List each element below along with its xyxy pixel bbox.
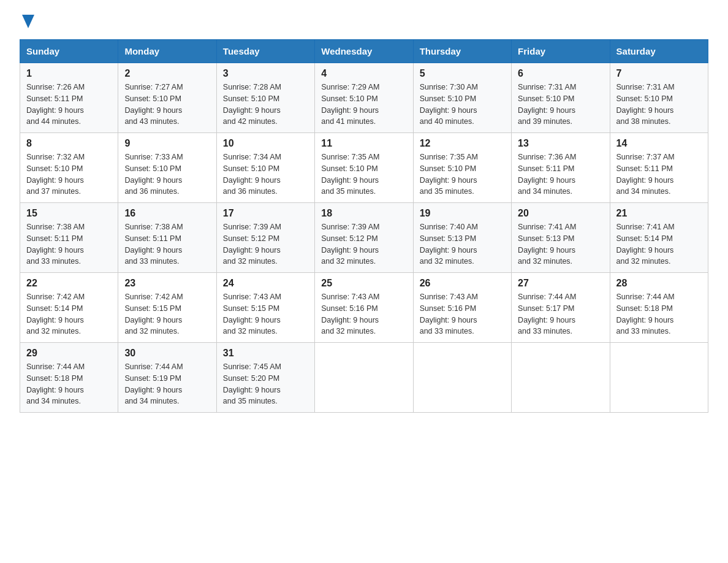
day-header-wednesday: Wednesday [315, 40, 413, 63]
day-header-thursday: Thursday [413, 40, 511, 63]
calendar-cell: 8Sunrise: 7:32 AMSunset: 5:10 PMDaylight… [20, 133, 118, 203]
day-header-friday: Friday [512, 40, 610, 63]
day-info: Sunrise: 7:37 AMSunset: 5:11 PMDaylight:… [616, 151, 702, 197]
calendar-cell: 12Sunrise: 7:35 AMSunset: 5:10 PMDayligh… [413, 133, 511, 203]
calendar-cell [610, 343, 708, 413]
day-number: 10 [223, 138, 308, 149]
calendar-cell: 23Sunrise: 7:42 AMSunset: 5:15 PMDayligh… [118, 273, 216, 343]
calendar-header-row: SundayMondayTuesdayWednesdayThursdayFrid… [20, 40, 708, 63]
day-info: Sunrise: 7:43 AMSunset: 5:16 PMDaylight:… [321, 291, 406, 337]
calendar-cell: 21Sunrise: 7:41 AMSunset: 5:14 PMDayligh… [610, 203, 708, 273]
day-number: 21 [616, 208, 702, 219]
calendar-cell: 16Sunrise: 7:38 AMSunset: 5:11 PMDayligh… [118, 203, 216, 273]
day-info: Sunrise: 7:38 AMSunset: 5:11 PMDaylight:… [124, 221, 210, 267]
calendar-cell: 1Sunrise: 7:26 AMSunset: 5:11 PMDaylight… [20, 63, 118, 133]
day-info: Sunrise: 7:44 AMSunset: 5:18 PMDaylight:… [26, 361, 112, 407]
day-info: Sunrise: 7:44 AMSunset: 5:19 PMDaylight:… [124, 361, 210, 407]
calendar-cell: 2Sunrise: 7:27 AMSunset: 5:10 PMDaylight… [118, 63, 216, 133]
day-info: Sunrise: 7:29 AMSunset: 5:10 PMDaylight:… [321, 82, 406, 128]
logo-arrow-icon [22, 15, 34, 31]
day-info: Sunrise: 7:41 AMSunset: 5:14 PMDaylight:… [616, 221, 702, 267]
calendar-cell: 11Sunrise: 7:35 AMSunset: 5:10 PMDayligh… [315, 133, 413, 203]
day-info: Sunrise: 7:44 AMSunset: 5:17 PMDaylight:… [518, 291, 603, 337]
calendar-week-row: 15Sunrise: 7:38 AMSunset: 5:11 PMDayligh… [20, 203, 708, 273]
day-info: Sunrise: 7:34 AMSunset: 5:10 PMDaylight:… [223, 151, 308, 197]
day-info: Sunrise: 7:35 AMSunset: 5:10 PMDaylight:… [321, 151, 406, 197]
calendar-cell: 18Sunrise: 7:39 AMSunset: 5:12 PMDayligh… [315, 203, 413, 273]
day-info: Sunrise: 7:40 AMSunset: 5:13 PMDaylight:… [420, 221, 505, 267]
calendar-cell: 3Sunrise: 7:28 AMSunset: 5:10 PMDaylight… [216, 63, 314, 133]
calendar-cell [315, 343, 413, 413]
day-number: 30 [124, 348, 210, 359]
logo [20, 15, 36, 28]
calendar-cell: 17Sunrise: 7:39 AMSunset: 5:12 PMDayligh… [216, 203, 314, 273]
day-number: 2 [124, 68, 210, 79]
day-number: 20 [518, 208, 603, 219]
day-number: 27 [518, 278, 603, 289]
calendar-cell: 15Sunrise: 7:38 AMSunset: 5:11 PMDayligh… [20, 203, 118, 273]
day-info: Sunrise: 7:30 AMSunset: 5:10 PMDaylight:… [420, 82, 505, 128]
day-number: 3 [223, 68, 308, 79]
day-info: Sunrise: 7:42 AMSunset: 5:15 PMDaylight:… [124, 291, 210, 337]
calendar-cell: 7Sunrise: 7:31 AMSunset: 5:10 PMDaylight… [610, 63, 708, 133]
page-header [20, 15, 708, 28]
day-number: 1 [26, 68, 112, 79]
day-info: Sunrise: 7:42 AMSunset: 5:14 PMDaylight:… [26, 291, 112, 337]
day-info: Sunrise: 7:26 AMSunset: 5:11 PMDaylight:… [26, 82, 112, 128]
day-number: 15 [26, 208, 112, 219]
calendar-cell: 30Sunrise: 7:44 AMSunset: 5:19 PMDayligh… [118, 343, 216, 413]
day-number: 25 [321, 278, 406, 289]
day-info: Sunrise: 7:44 AMSunset: 5:18 PMDaylight:… [616, 291, 702, 337]
svg-marker-0 [22, 15, 34, 28]
day-number: 23 [124, 278, 210, 289]
day-header-monday: Monday [118, 40, 216, 63]
calendar-cell: 26Sunrise: 7:43 AMSunset: 5:16 PMDayligh… [413, 273, 511, 343]
calendar-week-row: 29Sunrise: 7:44 AMSunset: 5:18 PMDayligh… [20, 343, 708, 413]
day-info: Sunrise: 7:31 AMSunset: 5:10 PMDaylight:… [518, 82, 603, 128]
calendar-week-row: 22Sunrise: 7:42 AMSunset: 5:14 PMDayligh… [20, 273, 708, 343]
day-number: 4 [321, 68, 406, 79]
day-number: 7 [616, 68, 702, 79]
calendar-cell: 5Sunrise: 7:30 AMSunset: 5:10 PMDaylight… [413, 63, 511, 133]
day-number: 11 [321, 138, 406, 149]
day-info: Sunrise: 7:35 AMSunset: 5:10 PMDaylight:… [420, 151, 505, 197]
calendar-cell: 4Sunrise: 7:29 AMSunset: 5:10 PMDaylight… [315, 63, 413, 133]
day-info: Sunrise: 7:39 AMSunset: 5:12 PMDaylight:… [321, 221, 406, 267]
day-number: 31 [223, 348, 308, 359]
calendar-cell: 9Sunrise: 7:33 AMSunset: 5:10 PMDaylight… [118, 133, 216, 203]
calendar-cell: 6Sunrise: 7:31 AMSunset: 5:10 PMDaylight… [512, 63, 610, 133]
calendar-cell [413, 343, 511, 413]
calendar-table: SundayMondayTuesdayWednesdayThursdayFrid… [20, 39, 708, 413]
day-number: 19 [420, 208, 505, 219]
calendar-cell: 22Sunrise: 7:42 AMSunset: 5:14 PMDayligh… [20, 273, 118, 343]
day-info: Sunrise: 7:45 AMSunset: 5:20 PMDaylight:… [223, 361, 308, 407]
calendar-cell: 20Sunrise: 7:41 AMSunset: 5:13 PMDayligh… [512, 203, 610, 273]
calendar-week-row: 8Sunrise: 7:32 AMSunset: 5:10 PMDaylight… [20, 133, 708, 203]
day-number: 29 [26, 348, 112, 359]
day-header-saturday: Saturday [610, 40, 708, 63]
day-header-sunday: Sunday [20, 40, 118, 63]
day-info: Sunrise: 7:28 AMSunset: 5:10 PMDaylight:… [223, 82, 308, 128]
day-number: 26 [420, 278, 505, 289]
day-info: Sunrise: 7:32 AMSunset: 5:10 PMDaylight:… [26, 151, 112, 197]
day-number: 5 [420, 68, 505, 79]
day-number: 16 [124, 208, 210, 219]
calendar-cell: 13Sunrise: 7:36 AMSunset: 5:11 PMDayligh… [512, 133, 610, 203]
day-number: 6 [518, 68, 603, 79]
day-header-tuesday: Tuesday [216, 40, 314, 63]
calendar-cell: 19Sunrise: 7:40 AMSunset: 5:13 PMDayligh… [413, 203, 511, 273]
day-number: 28 [616, 278, 702, 289]
calendar-cell: 27Sunrise: 7:44 AMSunset: 5:17 PMDayligh… [512, 273, 610, 343]
calendar-week-row: 1Sunrise: 7:26 AMSunset: 5:11 PMDaylight… [20, 63, 708, 133]
day-number: 8 [26, 138, 112, 149]
day-number: 9 [124, 138, 210, 149]
calendar-cell: 14Sunrise: 7:37 AMSunset: 5:11 PMDayligh… [610, 133, 708, 203]
calendar-cell: 25Sunrise: 7:43 AMSunset: 5:16 PMDayligh… [315, 273, 413, 343]
day-info: Sunrise: 7:41 AMSunset: 5:13 PMDaylight:… [518, 221, 603, 267]
day-info: Sunrise: 7:43 AMSunset: 5:15 PMDaylight:… [223, 291, 308, 337]
calendar-cell: 29Sunrise: 7:44 AMSunset: 5:18 PMDayligh… [20, 343, 118, 413]
day-info: Sunrise: 7:43 AMSunset: 5:16 PMDaylight:… [420, 291, 505, 337]
calendar-cell: 28Sunrise: 7:44 AMSunset: 5:18 PMDayligh… [610, 273, 708, 343]
day-number: 12 [420, 138, 505, 149]
day-number: 24 [223, 278, 308, 289]
